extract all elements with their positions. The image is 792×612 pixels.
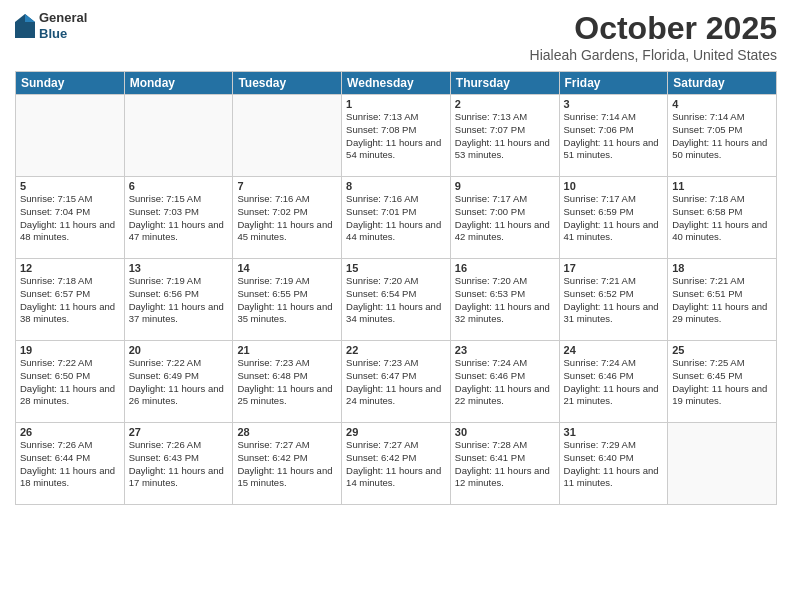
day-number: 29 (346, 426, 446, 438)
cell-content: Sunrise: 7:21 AM Sunset: 6:51 PM Dayligh… (672, 275, 772, 326)
calendar-cell: 19Sunrise: 7:22 AM Sunset: 6:50 PM Dayli… (16, 341, 125, 423)
day-number: 14 (237, 262, 337, 274)
day-number: 18 (672, 262, 772, 274)
cell-content: Sunrise: 7:22 AM Sunset: 6:49 PM Dayligh… (129, 357, 229, 408)
cell-content: Sunrise: 7:14 AM Sunset: 7:05 PM Dayligh… (672, 111, 772, 162)
day-number: 19 (20, 344, 120, 356)
calendar-cell: 13Sunrise: 7:19 AM Sunset: 6:56 PM Dayli… (124, 259, 233, 341)
calendar-cell (16, 95, 125, 177)
calendar-cell: 30Sunrise: 7:28 AM Sunset: 6:41 PM Dayli… (450, 423, 559, 505)
svg-marker-1 (25, 14, 35, 22)
day-number: 6 (129, 180, 229, 192)
calendar-cell: 26Sunrise: 7:26 AM Sunset: 6:44 PM Dayli… (16, 423, 125, 505)
calendar-cell (233, 95, 342, 177)
cell-content: Sunrise: 7:16 AM Sunset: 7:02 PM Dayligh… (237, 193, 337, 244)
cell-content: Sunrise: 7:20 AM Sunset: 6:53 PM Dayligh… (455, 275, 555, 326)
month-title: October 2025 (530, 10, 777, 47)
cell-content: Sunrise: 7:19 AM Sunset: 6:55 PM Dayligh… (237, 275, 337, 326)
cell-content: Sunrise: 7:29 AM Sunset: 6:40 PM Dayligh… (564, 439, 664, 490)
cell-content: Sunrise: 7:23 AM Sunset: 6:48 PM Dayligh… (237, 357, 337, 408)
day-number: 30 (455, 426, 555, 438)
calendar-cell: 18Sunrise: 7:21 AM Sunset: 6:51 PM Dayli… (668, 259, 777, 341)
day-header-monday: Monday (124, 72, 233, 95)
calendar-cell: 8Sunrise: 7:16 AM Sunset: 7:01 PM Daylig… (342, 177, 451, 259)
day-number: 23 (455, 344, 555, 356)
calendar-cell: 6Sunrise: 7:15 AM Sunset: 7:03 PM Daylig… (124, 177, 233, 259)
calendar-cell: 17Sunrise: 7:21 AM Sunset: 6:52 PM Dayli… (559, 259, 668, 341)
cell-content: Sunrise: 7:20 AM Sunset: 6:54 PM Dayligh… (346, 275, 446, 326)
location: Hialeah Gardens, Florida, United States (530, 47, 777, 63)
day-number: 8 (346, 180, 446, 192)
calendar-cell: 7Sunrise: 7:16 AM Sunset: 7:02 PM Daylig… (233, 177, 342, 259)
calendar: SundayMondayTuesdayWednesdayThursdayFrid… (15, 71, 777, 505)
day-number: 22 (346, 344, 446, 356)
calendar-cell: 23Sunrise: 7:24 AM Sunset: 6:46 PM Dayli… (450, 341, 559, 423)
day-number: 25 (672, 344, 772, 356)
cell-content: Sunrise: 7:17 AM Sunset: 6:59 PM Dayligh… (564, 193, 664, 244)
header: General Blue October 2025 Hialeah Garden… (15, 10, 777, 63)
cell-content: Sunrise: 7:26 AM Sunset: 6:44 PM Dayligh… (20, 439, 120, 490)
calendar-cell: 28Sunrise: 7:27 AM Sunset: 6:42 PM Dayli… (233, 423, 342, 505)
day-number: 28 (237, 426, 337, 438)
calendar-cell: 22Sunrise: 7:23 AM Sunset: 6:47 PM Dayli… (342, 341, 451, 423)
cell-content: Sunrise: 7:14 AM Sunset: 7:06 PM Dayligh… (564, 111, 664, 162)
calendar-cell: 1Sunrise: 7:13 AM Sunset: 7:08 PM Daylig… (342, 95, 451, 177)
cell-content: Sunrise: 7:25 AM Sunset: 6:45 PM Dayligh… (672, 357, 772, 408)
day-number: 12 (20, 262, 120, 274)
day-header-saturday: Saturday (668, 72, 777, 95)
calendar-cell (124, 95, 233, 177)
calendar-cell: 10Sunrise: 7:17 AM Sunset: 6:59 PM Dayli… (559, 177, 668, 259)
day-number: 2 (455, 98, 555, 110)
day-number: 17 (564, 262, 664, 274)
calendar-cell: 20Sunrise: 7:22 AM Sunset: 6:49 PM Dayli… (124, 341, 233, 423)
cell-content: Sunrise: 7:18 AM Sunset: 6:57 PM Dayligh… (20, 275, 120, 326)
calendar-cell: 12Sunrise: 7:18 AM Sunset: 6:57 PM Dayli… (16, 259, 125, 341)
cell-content: Sunrise: 7:15 AM Sunset: 7:04 PM Dayligh… (20, 193, 120, 244)
logo-blue-text: Blue (39, 26, 87, 42)
cell-content: Sunrise: 7:18 AM Sunset: 6:58 PM Dayligh… (672, 193, 772, 244)
cell-content: Sunrise: 7:19 AM Sunset: 6:56 PM Dayligh… (129, 275, 229, 326)
day-number: 15 (346, 262, 446, 274)
cell-content: Sunrise: 7:26 AM Sunset: 6:43 PM Dayligh… (129, 439, 229, 490)
calendar-cell: 15Sunrise: 7:20 AM Sunset: 6:54 PM Dayli… (342, 259, 451, 341)
calendar-cell: 9Sunrise: 7:17 AM Sunset: 7:00 PM Daylig… (450, 177, 559, 259)
day-header-wednesday: Wednesday (342, 72, 451, 95)
day-number: 10 (564, 180, 664, 192)
calendar-header-row: SundayMondayTuesdayWednesdayThursdayFrid… (16, 72, 777, 95)
calendar-week-4: 19Sunrise: 7:22 AM Sunset: 6:50 PM Dayli… (16, 341, 777, 423)
calendar-cell: 31Sunrise: 7:29 AM Sunset: 6:40 PM Dayli… (559, 423, 668, 505)
day-header-friday: Friday (559, 72, 668, 95)
day-number: 4 (672, 98, 772, 110)
page: General Blue October 2025 Hialeah Garden… (0, 0, 792, 612)
calendar-cell: 11Sunrise: 7:18 AM Sunset: 6:58 PM Dayli… (668, 177, 777, 259)
day-number: 20 (129, 344, 229, 356)
day-header-thursday: Thursday (450, 72, 559, 95)
cell-content: Sunrise: 7:24 AM Sunset: 6:46 PM Dayligh… (455, 357, 555, 408)
day-number: 7 (237, 180, 337, 192)
calendar-week-5: 26Sunrise: 7:26 AM Sunset: 6:44 PM Dayli… (16, 423, 777, 505)
calendar-cell: 16Sunrise: 7:20 AM Sunset: 6:53 PM Dayli… (450, 259, 559, 341)
day-number: 21 (237, 344, 337, 356)
cell-content: Sunrise: 7:24 AM Sunset: 6:46 PM Dayligh… (564, 357, 664, 408)
calendar-cell (668, 423, 777, 505)
day-number: 16 (455, 262, 555, 274)
cell-content: Sunrise: 7:13 AM Sunset: 7:08 PM Dayligh… (346, 111, 446, 162)
cell-content: Sunrise: 7:27 AM Sunset: 6:42 PM Dayligh… (237, 439, 337, 490)
cell-content: Sunrise: 7:22 AM Sunset: 6:50 PM Dayligh… (20, 357, 120, 408)
day-number: 3 (564, 98, 664, 110)
day-number: 9 (455, 180, 555, 192)
logo-icon (15, 14, 35, 38)
cell-content: Sunrise: 7:27 AM Sunset: 6:42 PM Dayligh… (346, 439, 446, 490)
calendar-week-3: 12Sunrise: 7:18 AM Sunset: 6:57 PM Dayli… (16, 259, 777, 341)
cell-content: Sunrise: 7:16 AM Sunset: 7:01 PM Dayligh… (346, 193, 446, 244)
day-number: 24 (564, 344, 664, 356)
day-number: 11 (672, 180, 772, 192)
day-number: 13 (129, 262, 229, 274)
day-number: 5 (20, 180, 120, 192)
logo-general-text: General (39, 10, 87, 26)
calendar-cell: 29Sunrise: 7:27 AM Sunset: 6:42 PM Dayli… (342, 423, 451, 505)
calendar-cell: 27Sunrise: 7:26 AM Sunset: 6:43 PM Dayli… (124, 423, 233, 505)
calendar-cell: 25Sunrise: 7:25 AM Sunset: 6:45 PM Dayli… (668, 341, 777, 423)
cell-content: Sunrise: 7:13 AM Sunset: 7:07 PM Dayligh… (455, 111, 555, 162)
calendar-cell: 21Sunrise: 7:23 AM Sunset: 6:48 PM Dayli… (233, 341, 342, 423)
